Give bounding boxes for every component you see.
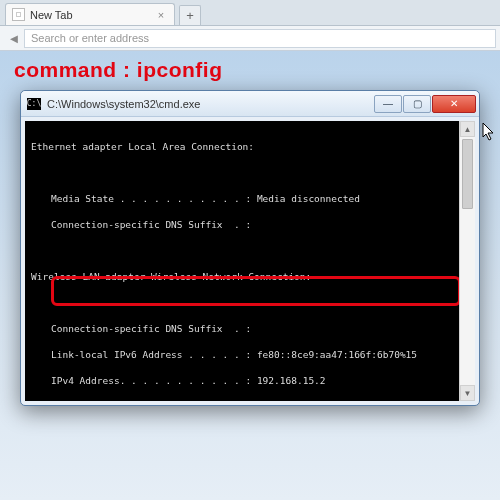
scroll-down-button[interactable]: ▼ (460, 385, 475, 401)
scroll-track[interactable] (460, 137, 475, 385)
output-line: Media State . . . . . . . . . . . : Medi… (31, 192, 455, 205)
cmd-client-area: Ethernet adapter Local Area Connection: … (21, 117, 479, 405)
cmd-window: C:\ C:\Windows\system32\cmd.exe — ▢ ✕ Et… (20, 90, 480, 406)
cmd-titlebar[interactable]: C:\ C:\Windows\system32\cmd.exe — ▢ ✕ (21, 91, 479, 117)
output-line: Ethernet adapter Local Area Connection: (31, 140, 455, 153)
output-line: Connection-specific DNS Suffix . : (31, 322, 455, 335)
cmd-title: C:\Windows\system32\cmd.exe (47, 98, 200, 110)
output-line (31, 166, 455, 179)
cmd-scrollbar[interactable]: ▲ ▼ (459, 121, 475, 401)
output-line: Connection-specific DNS Suffix . : (31, 218, 455, 231)
output-line (31, 244, 455, 257)
maximize-button[interactable]: ▢ (403, 95, 431, 113)
close-tab-icon[interactable]: × (154, 9, 168, 21)
svg-marker-0 (483, 123, 493, 140)
output-line (31, 296, 455, 309)
annotation-text: command : ipconfig (14, 58, 223, 82)
scroll-thumb[interactable] (462, 139, 473, 209)
close-button[interactable]: ✕ (432, 95, 476, 113)
browser-tab[interactable]: New Tab × (5, 3, 175, 25)
output-line: Link-local IPv6 Address . . . . . : fe80… (31, 348, 455, 361)
address-bar: ◄ Search or enter address (0, 26, 500, 51)
address-input[interactable]: Search or enter address (24, 29, 496, 48)
cmd-output[interactable]: Ethernet adapter Local Area Connection: … (25, 121, 459, 401)
output-line: Wireless LAN adapter Wireless Network Co… (31, 270, 455, 283)
output-line: IPv4 Address. . . . . . . . . . . : 192.… (31, 374, 455, 387)
window-controls: — ▢ ✕ (373, 95, 476, 113)
back-button[interactable]: ◄ (4, 28, 24, 48)
cmd-icon: C:\ (27, 98, 41, 110)
new-tab-button[interactable]: + (179, 5, 201, 25)
address-placeholder: Search or enter address (31, 32, 149, 44)
tab-title: New Tab (30, 9, 73, 21)
browser-tab-strip: New Tab × + (0, 0, 500, 26)
scroll-up-button[interactable]: ▲ (460, 121, 475, 137)
page-icon (12, 8, 25, 21)
output-line: Subnet Mask . . . . . . . . . . . : 255.… (31, 400, 455, 401)
minimize-button[interactable]: — (374, 95, 402, 113)
